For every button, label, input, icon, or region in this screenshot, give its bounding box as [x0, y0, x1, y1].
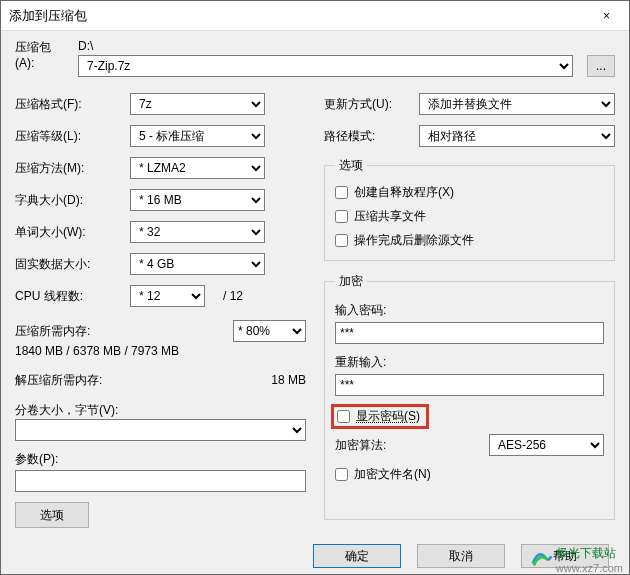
- archive-path-text: D:\: [78, 39, 573, 53]
- mem-comp-pct-select[interactable]: * 80%: [233, 320, 306, 342]
- shared-label: 压缩共享文件: [354, 208, 426, 225]
- level-select[interactable]: 5 - 标准压缩: [130, 125, 265, 147]
- shared-checkbox[interactable]: [335, 210, 348, 223]
- params-label: 参数(P):: [15, 451, 306, 468]
- volume-select[interactable]: [15, 419, 306, 441]
- pathmode-select[interactable]: 相对路径: [419, 125, 615, 147]
- dict-select[interactable]: * 16 MB: [130, 189, 265, 211]
- left-column: 压缩格式(F): 7z 压缩等级(L): 5 - 标准压缩 压缩方法(M): *…: [15, 89, 306, 528]
- content: 压缩包(A): D:\ 7-Zip.7z ... 压缩格式(F): 7z 压缩等…: [1, 31, 629, 538]
- archive-filename-select[interactable]: 7-Zip.7z: [78, 55, 573, 77]
- encrypt-names-label: 加密文件名(N): [354, 466, 431, 483]
- password-confirm-input[interactable]: [335, 374, 604, 396]
- password-confirm-label: 重新输入:: [335, 354, 604, 371]
- right-column: 更新方式(U): 添加并替换文件 路径模式: 相对路径 选项 创建自释放程序(X…: [324, 89, 615, 528]
- sfx-checkbox[interactable]: [335, 186, 348, 199]
- delete-after-checkbox[interactable]: [335, 234, 348, 247]
- pathmode-label: 路径模式:: [324, 128, 419, 145]
- titlebar: 添加到压缩包 ×: [1, 1, 629, 31]
- sfx-label: 创建自释放程序(X): [354, 184, 454, 201]
- footer: 确定 取消 帮助 极光下载站 www.xz7.com: [1, 538, 629, 574]
- close-button[interactable]: ×: [584, 1, 629, 31]
- dialog-window: 添加到压缩包 × 压缩包(A): D:\ 7-Zip.7z ... 压缩格式(F…: [0, 0, 630, 575]
- browse-button[interactable]: ...: [587, 55, 615, 77]
- show-password-checkbox[interactable]: [337, 410, 350, 423]
- options-fieldset: 选项 创建自释放程序(X) 压缩共享文件 操作完成后删除源文件: [324, 157, 615, 261]
- update-select[interactable]: 添加并替换文件: [419, 93, 615, 115]
- columns: 压缩格式(F): 7z 压缩等级(L): 5 - 标准压缩 压缩方法(M): *…: [15, 89, 615, 528]
- solid-select[interactable]: * 4 GB: [130, 253, 265, 275]
- dict-label: 字典大小(D):: [15, 192, 130, 209]
- word-label: 单词大小(W):: [15, 224, 130, 241]
- mem-comp-value: 1840 MB / 6378 MB / 7973 MB: [15, 344, 306, 358]
- archive-label: 压缩包(A):: [15, 39, 70, 70]
- window-title: 添加到压缩包: [9, 7, 87, 25]
- format-label: 压缩格式(F):: [15, 96, 130, 113]
- password-input[interactable]: [335, 322, 604, 344]
- archive-path-column: D:\ 7-Zip.7z: [78, 39, 573, 77]
- mem-decomp-label: 解压缩所需内存:: [15, 372, 271, 389]
- threads-max: / 12: [213, 289, 243, 303]
- method-label: 压缩方法(M):: [15, 160, 130, 177]
- delete-after-label: 操作完成后删除源文件: [354, 232, 474, 249]
- archive-row: 压缩包(A): D:\ 7-Zip.7z ...: [15, 39, 615, 77]
- encrypt-names-checkbox[interactable]: [335, 468, 348, 481]
- threads-select[interactable]: * 12: [130, 285, 205, 307]
- options-button[interactable]: 选项: [15, 502, 89, 528]
- volume-label: 分卷大小，字节(V):: [15, 402, 306, 419]
- enc-method-select[interactable]: AES-256: [489, 434, 604, 456]
- help-button[interactable]: 帮助: [521, 544, 609, 568]
- show-password-label: 显示密码(S): [356, 408, 420, 425]
- encryption-fieldset: 加密 输入密码: 重新输入: 显示密码(S) 加密算法: AES-256: [324, 273, 615, 520]
- params-input[interactable]: [15, 470, 306, 492]
- level-label: 压缩等级(L):: [15, 128, 130, 145]
- method-select[interactable]: * LZMA2: [130, 157, 265, 179]
- mem-decomp-value: 18 MB: [271, 373, 306, 387]
- show-password-highlight: 显示密码(S): [331, 404, 429, 429]
- cancel-button[interactable]: 取消: [417, 544, 505, 568]
- update-label: 更新方式(U):: [324, 96, 419, 113]
- options-legend: 选项: [335, 157, 367, 174]
- close-icon: ×: [603, 9, 610, 23]
- format-select[interactable]: 7z: [130, 93, 265, 115]
- ellipsis-icon: ...: [596, 59, 606, 73]
- password-label: 输入密码:: [335, 302, 604, 319]
- word-select[interactable]: * 32: [130, 221, 265, 243]
- threads-label: CPU 线程数:: [15, 288, 130, 305]
- ok-button[interactable]: 确定: [313, 544, 401, 568]
- solid-label: 固实数据大小:: [15, 256, 130, 273]
- mem-comp-label: 压缩所需内存:: [15, 323, 233, 340]
- enc-method-label: 加密算法:: [335, 437, 489, 454]
- encryption-legend: 加密: [335, 273, 367, 290]
